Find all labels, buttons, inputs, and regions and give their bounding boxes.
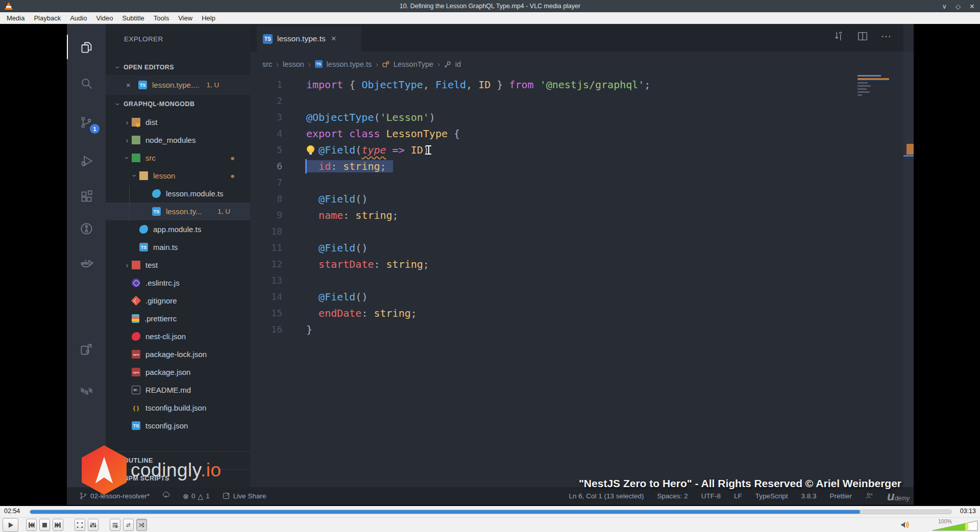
formatter-status[interactable]: Prettier (829, 492, 852, 500)
chevron-icon[interactable]: › (122, 118, 132, 126)
docker-icon[interactable] (67, 251, 106, 275)
tree-item-lesson-module-ts[interactable]: lesson.module.ts (106, 185, 250, 202)
tree-item-readme-md[interactable]: README.md (106, 381, 250, 399)
open-editor-entry[interactable]: × lesson.type.... 1, U (106, 75, 250, 95)
run-debug-icon[interactable] (67, 148, 106, 173)
search-icon[interactable] (67, 71, 106, 95)
code-line[interactable]: 2 (250, 93, 857, 109)
tree-item-app-module-ts[interactable]: app.module.ts (106, 220, 250, 238)
feedback-icon[interactable] (865, 492, 874, 500)
explorer-icon[interactable] (67, 35, 106, 59)
indentation-status[interactable]: Spaces: 2 (657, 492, 688, 500)
code-line[interactable]: 7 (250, 174, 857, 191)
code-line[interactable]: 4export class LessonType { (250, 125, 857, 142)
menu-help[interactable]: Help (197, 12, 220, 24)
playlist-button[interactable] (110, 519, 120, 531)
code-line[interactable]: 3@ObjectType('Lesson') (250, 109, 857, 125)
previous-button[interactable] (26, 519, 37, 531)
code-line[interactable]: 8 @Field() (250, 191, 857, 207)
live-share-icon[interactable] (67, 337, 106, 362)
tree-item-src[interactable]: ›src● (106, 149, 250, 167)
loop-button[interactable] (123, 519, 134, 531)
code-line[interactable]: 14 @Field() (250, 289, 857, 305)
tree-item-package-lock-json[interactable]: package-lock.json (106, 345, 250, 363)
seek-bar[interactable] (30, 510, 952, 514)
menu-view[interactable]: View (174, 12, 197, 24)
code-line[interactable]: 10 (250, 223, 857, 240)
video-display[interactable]: 1 (0, 24, 980, 506)
source-control-icon[interactable]: 1 (67, 110, 106, 135)
menu-audio[interactable]: Audio (65, 12, 91, 24)
overview-ruler[interactable] (903, 52, 914, 487)
fullscreen-button[interactable] (75, 519, 85, 531)
code-editor[interactable]: 1import { ObjectType, Field, ID } from '… (250, 77, 857, 487)
terraform-icon[interactable] (67, 379, 106, 403)
tree-item-lesson[interactable]: ›lesson● (106, 167, 250, 185)
code-line[interactable]: 9 name: string; (250, 207, 857, 223)
open-editors-header[interactable]: › OPEN EDITORS (106, 60, 250, 75)
menu-playback[interactable]: Playback (29, 12, 65, 24)
extended-settings-button[interactable] (88, 519, 99, 531)
tree-item--prettierrc[interactable]: .prettierrc (106, 310, 250, 327)
tree-item-package-json[interactable]: package.json (106, 363, 250, 381)
close-tab-icon[interactable]: × (331, 34, 336, 44)
tree-item-label: app.module.ts (153, 225, 201, 234)
live-share-status[interactable]: Live Share (222, 492, 266, 500)
breadcrumb-class[interactable]: LessonType (394, 60, 433, 68)
code-line[interactable]: 5 @Field(type => ID) (250, 142, 857, 158)
extensions-icon[interactable] (67, 184, 106, 209)
collapse-window-icon[interactable]: ∨ (942, 3, 947, 10)
tree-item-tsconfig-build-json[interactable]: tsconfig.build.json (106, 399, 250, 417)
tree-item-tsconfig-json[interactable]: tsconfig.json (106, 417, 250, 435)
code-line[interactable]: 6 id: string; (250, 158, 857, 174)
cursor-position-status[interactable]: Ln 6, Col 1 (13 selected) (569, 492, 644, 500)
chevron-icon[interactable]: › (122, 261, 132, 269)
breadcrumb-src[interactable]: src (262, 60, 272, 68)
breadcrumb-file[interactable]: lesson.type.ts (327, 60, 372, 68)
language-status[interactable]: TypeScript (755, 492, 788, 500)
chevron-icon[interactable]: › (131, 171, 139, 181)
stop-button[interactable] (39, 519, 50, 531)
menu-media[interactable]: Media (2, 12, 29, 24)
menu-tools[interactable]: Tools (149, 12, 174, 24)
open-changes-icon[interactable] (833, 31, 844, 42)
split-editor-icon[interactable] (857, 31, 868, 42)
minimap[interactable] (857, 75, 891, 121)
encoding-status[interactable]: UTF-8 (701, 492, 721, 500)
breadcrumb-lesson[interactable]: lesson (283, 60, 304, 68)
tree-item-nest-cli-json[interactable]: nest-cli.json (106, 327, 250, 345)
tree-item-main-ts[interactable]: main.ts (106, 238, 250, 256)
code-line[interactable]: 12 startDate: string; (250, 256, 857, 272)
code-line[interactable]: 13 (250, 272, 857, 289)
maximize-window-icon[interactable]: ◇ (955, 3, 961, 10)
menu-subtitle[interactable]: Subtitle (117, 12, 149, 24)
breadcrumb-symbol[interactable]: id (455, 60, 461, 68)
gitlens-icon[interactable] (67, 216, 106, 241)
tree-item-dist[interactable]: ›dist (106, 113, 250, 131)
tree-item-test[interactable]: ›test (106, 256, 250, 274)
close-window-icon[interactable]: ✕ (969, 3, 975, 10)
volume-slider[interactable] (932, 520, 978, 531)
next-button[interactable] (53, 519, 63, 531)
close-icon[interactable]: × (126, 81, 138, 89)
code-line[interactable]: 11 @Field() (250, 240, 857, 256)
lightbulb-icon[interactable] (307, 145, 314, 153)
code-line[interactable]: 1import { ObjectType, Field, ID } from '… (250, 77, 857, 93)
project-root-header[interactable]: › GRAPHQL-MONGODB (106, 95, 250, 113)
play-button[interactable] (3, 518, 18, 532)
speaker-icon[interactable] (900, 521, 911, 529)
chevron-icon[interactable]: › (123, 154, 132, 163)
more-actions-icon[interactable]: ⋯ (881, 34, 892, 39)
tree-item--gitignore[interactable]: .gitignore (106, 292, 250, 310)
random-button[interactable] (136, 519, 147, 531)
tree-item-node-modules[interactable]: ›node_modules (106, 131, 250, 149)
menu-video[interactable]: Video (91, 12, 117, 24)
tree-item--eslintrc-js[interactable]: .eslintrc.js (106, 274, 250, 292)
chevron-icon[interactable]: › (122, 136, 132, 144)
tree-item-lesson-ty-[interactable]: lesson.ty...1, U (106, 202, 250, 220)
tab-lesson-type[interactable]: TS lesson.type.ts × (257, 26, 361, 52)
code-line[interactable]: 16} (250, 321, 857, 338)
eol-status[interactable]: LF (734, 492, 742, 500)
ts-version-status[interactable]: 3.8.3 (801, 492, 816, 500)
code-line[interactable]: 15 endDate: string; (250, 305, 857, 321)
